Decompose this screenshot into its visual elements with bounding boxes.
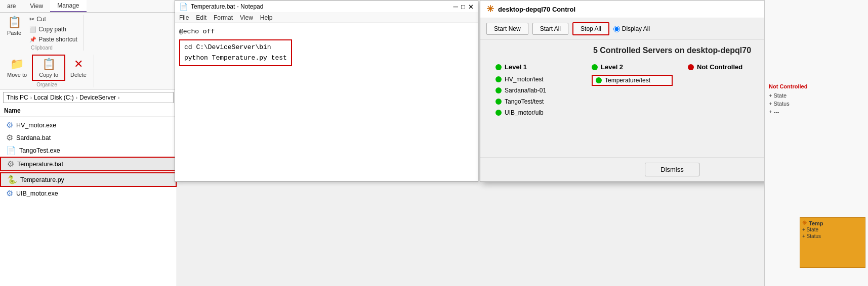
green-dot-icon xyxy=(495,99,502,105)
copy-to-button[interactable]: 📋 Copy to xyxy=(36,57,61,79)
cut-button[interactable]: ✂ Cut xyxy=(27,15,79,24)
dialog-title-left: ✳ desktop-depql70 Control xyxy=(486,4,575,15)
paste-label: Paste xyxy=(7,30,21,36)
py-file-icon: 🐍 xyxy=(7,175,17,184)
server-item[interactable]: UIB_motor/uib xyxy=(495,108,576,117)
ribbon-tabs: are View Manage xyxy=(0,0,177,13)
organize-group: 📁 Move to 📋 Copy to ✕ Delete xyxy=(4,55,94,87)
notepad-content[interactable]: @echo off cd C:\DeviceServer\bin python … xyxy=(175,23,478,181)
not-controlled-header-right: Not Controlled xyxy=(765,0,868,91)
notepad-title: Temperature.bat - Notepad xyxy=(191,3,263,10)
list-item[interactable]: ⚙ HV_motor.exe xyxy=(0,119,177,131)
right-panel-item-status: + Status xyxy=(765,100,868,108)
menu-edit[interactable]: Edit xyxy=(196,14,206,21)
copy-to-box: 📋 Copy to xyxy=(32,55,65,81)
dismiss-button[interactable]: Dismiss xyxy=(645,163,699,176)
display-all-radio[interactable]: Display All xyxy=(613,25,650,32)
server-name: TangoTest/test xyxy=(505,98,544,105)
bat-file-icon: ⚙ xyxy=(7,159,14,169)
chevron-right-icon-3: › xyxy=(118,95,119,101)
level1-column: Level 1 HV_motor/test Sardana/lab-01 Tan… xyxy=(495,63,576,119)
notepad-window-controls: ─ □ ✕ xyxy=(453,3,474,11)
right-panel-item-dash: + --- xyxy=(765,108,868,116)
exe-icon: ⚙ xyxy=(6,120,13,130)
file-name: UIB_motor.exe xyxy=(16,190,58,197)
widget-title-text: Temp xyxy=(809,220,823,226)
server-item-temperature[interactable]: Temperature/test xyxy=(592,75,673,86)
copy-path-icon: ⬜ xyxy=(29,26,36,33)
scissors-icon: ✂ xyxy=(29,16,34,23)
tab-manage[interactable]: Manage xyxy=(50,0,86,12)
notepad-titlebar: 📄 Temperature.bat - Notepad ─ □ ✕ xyxy=(175,1,478,13)
orange-widget[interactable]: ✳ Temp + State + Status xyxy=(800,217,865,268)
tab-view[interactable]: View xyxy=(23,0,50,12)
minimize-button[interactable]: ─ xyxy=(453,3,458,11)
clipboard-group-label: Clipboard xyxy=(4,45,79,51)
dialog-title: desktop-depql70 Control xyxy=(498,6,575,13)
ribbon: are View Manage 📋 Paste ✂ Cut xyxy=(0,0,177,90)
code-line-1: @echo off xyxy=(179,27,474,37)
menu-help[interactable]: Help xyxy=(260,14,273,21)
server-name: Sardana/lab-01 xyxy=(505,87,546,94)
server-item[interactable]: HV_motor/test xyxy=(495,75,576,84)
list-item[interactable]: ⚙ Sardana.bat xyxy=(0,131,177,144)
list-item[interactable]: 📄 TangoTest.exe xyxy=(0,144,177,157)
green-dot-icon xyxy=(495,64,502,70)
notepad-window: 📄 Temperature.bat - Notepad ─ □ ✕ File E… xyxy=(175,0,478,182)
copy-to-icon: 📋 xyxy=(42,58,56,71)
copy-to-label: Copy to xyxy=(39,72,58,78)
menu-format[interactable]: Format xyxy=(214,14,233,21)
notepad-title-left: 📄 Temperature.bat - Notepad xyxy=(179,3,263,11)
not-controlled-label: Not Controlled xyxy=(697,63,742,71)
menu-file[interactable]: File xyxy=(179,14,189,21)
level1-header: Level 1 xyxy=(495,63,576,71)
paste-button[interactable]: 📋 Paste xyxy=(4,15,24,37)
delete-button[interactable]: ✕ Delete xyxy=(67,57,90,79)
address-bar[interactable]: This PC › Local Disk (C:) › DeviceServer… xyxy=(3,92,174,103)
server-item[interactable]: Sardana/lab-01 xyxy=(495,86,576,95)
level2-column: Level 2 Temperature/test xyxy=(592,63,673,119)
file-name-temperature-py: Temperature.py xyxy=(20,176,64,183)
list-item-temperature-bat[interactable]: ⚙ Temperature.bat xyxy=(0,157,177,171)
clipboard-group: 📋 Paste ✂ Cut ⬜ Copy path xyxy=(4,15,84,51)
paste-shortcut-label: Paste shortcut xyxy=(38,36,77,43)
list-item[interactable]: ⚙ UIB_motor.exe xyxy=(0,187,177,200)
level2-header: Level 2 xyxy=(592,63,673,71)
paste-icon: 📋 xyxy=(8,16,21,29)
cut-label: Cut xyxy=(36,16,46,23)
widget-title: ✳ Temp xyxy=(802,220,863,226)
close-button[interactable]: ✕ xyxy=(468,3,474,11)
server-name: HV_motor/test xyxy=(505,76,544,83)
copy-path-label: Copy path xyxy=(38,26,66,33)
address-part-0: This PC xyxy=(7,94,28,101)
paste-shortcut-button[interactable]: 📌 Paste shortcut xyxy=(27,35,79,44)
server-name-temperature: Temperature/test xyxy=(605,77,650,84)
widget-tango-icon: ✳ xyxy=(802,220,807,226)
notepad-icon: 📄 xyxy=(179,3,188,11)
code-line-3: python Temperature.py test xyxy=(184,53,287,64)
exe-icon: ⚙ xyxy=(6,188,13,198)
move-to-button[interactable]: 📁 Move to xyxy=(4,57,30,79)
green-dot-icon xyxy=(495,76,502,82)
start-new-button[interactable]: Start New xyxy=(486,23,528,35)
server-name: UIB_motor/uib xyxy=(505,109,544,116)
tab-are[interactable]: are xyxy=(0,0,23,12)
move-icon: 📁 xyxy=(10,58,24,71)
display-all-label: Display All xyxy=(622,25,650,32)
stop-all-button[interactable]: Stop All xyxy=(572,22,609,35)
file-name: TangoTest.exe xyxy=(19,147,60,154)
display-all-radio-input[interactable] xyxy=(613,26,620,32)
delete-label: Delete xyxy=(70,72,87,78)
code-line-2: cd C:\DeviceServer\bin xyxy=(184,42,287,53)
start-all-button[interactable]: Start All xyxy=(532,23,568,35)
maximize-button[interactable]: □ xyxy=(461,3,465,11)
green-dot-icon xyxy=(495,110,502,116)
list-item-temperature-py[interactable]: 🐍 Temperature.py xyxy=(0,172,177,187)
copy-path-button[interactable]: ⬜ Copy path xyxy=(27,25,79,34)
tango-icon: ✳ xyxy=(486,4,494,15)
menu-view[interactable]: View xyxy=(240,14,253,21)
delete-icon: ✕ xyxy=(74,58,83,71)
chevron-right-icon-2: › xyxy=(76,95,77,101)
exe-icon: 📄 xyxy=(6,146,16,155)
server-item[interactable]: TangoTest/test xyxy=(495,97,576,106)
